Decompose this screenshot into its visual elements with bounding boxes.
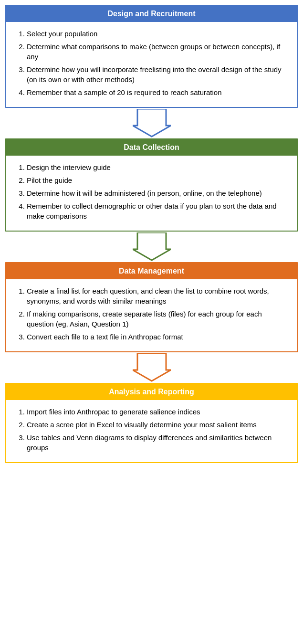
down-arrow-blue-icon — [133, 109, 171, 137]
list-item: Determine how it will be administered (i… — [27, 188, 291, 198]
list-item: Design the interview guide — [27, 162, 291, 172]
list-item: Determine how you will incorporate freel… — [27, 64, 291, 84]
data-management-header: Data Management — [6, 263, 297, 279]
data-collection-list: Design the interview guide Pilot the gui… — [15, 162, 291, 221]
analysis-reporting-section: Analysis and Reporting Import files into… — [5, 383, 298, 463]
data-management-body: Create a final list for each question, a… — [6, 279, 297, 351]
down-arrow-green-icon — [133, 232, 171, 261]
list-item: Convert each file to a text file in Anth… — [27, 332, 291, 342]
list-item: Pilot the guide — [27, 175, 291, 185]
svg-marker-0 — [133, 109, 171, 137]
design-recruitment-body: Select your population Determine what co… — [6, 22, 297, 107]
down-arrow-orange-icon — [133, 353, 171, 382]
arrow-1 — [133, 108, 171, 138]
list-item: Remember that a sample of 20 is required… — [27, 87, 291, 97]
list-item: Create a final list for each question, a… — [27, 286, 291, 306]
data-management-section: Data Management Create a final list for … — [5, 262, 298, 352]
list-item: Import files into Anthropac to generate … — [27, 407, 291, 417]
arrow-2 — [133, 232, 171, 262]
svg-marker-1 — [133, 232, 171, 260]
analysis-reporting-header: Analysis and Reporting — [6, 384, 297, 400]
list-item: Select your population — [27, 29, 291, 39]
data-collection-body: Design the interview guide Pilot the gui… — [6, 156, 297, 231]
list-item: Remember to collect demographic or other… — [27, 201, 291, 221]
analysis-reporting-body: Import files into Anthropac to generate … — [6, 400, 297, 462]
list-item: Create a scree plot in Excel to visually… — [27, 420, 291, 430]
design-recruitment-section: Design and Recruitment Select your popul… — [5, 5, 298, 108]
data-collection-section: Data Collection Design the interview gui… — [5, 138, 298, 232]
arrow-3 — [133, 352, 171, 383]
design-recruitment-list: Select your population Determine what co… — [15, 29, 291, 97]
data-management-list: Create a final list for each question, a… — [15, 286, 291, 342]
list-item: If making comparisons, create separate l… — [27, 309, 291, 329]
list-item: Determine what comparisons to make (betw… — [27, 42, 291, 62]
list-item: Use tables and Venn diagrams to display … — [27, 433, 291, 453]
analysis-reporting-list: Import files into Anthropac to generate … — [15, 407, 291, 453]
flow-diagram: Design and Recruitment Select your popul… — [5, 5, 298, 463]
data-collection-header: Data Collection — [6, 139, 297, 156]
svg-marker-2 — [133, 353, 171, 381]
design-recruitment-header: Design and Recruitment — [6, 6, 297, 22]
